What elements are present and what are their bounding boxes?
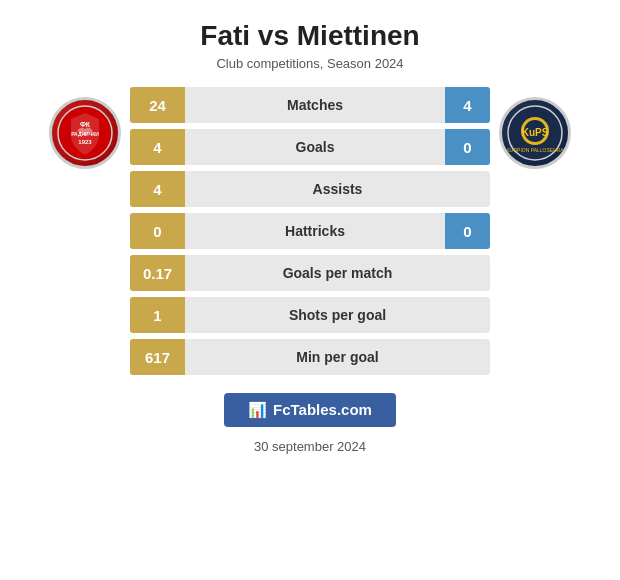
- team-left-logo: ФК РАДНИЧКИ 1923: [40, 87, 130, 169]
- stat-row-matches: 24 Matches 4: [130, 87, 490, 123]
- watermark: 📊FcTables.com: [224, 393, 396, 427]
- stat-left-goals: 4: [130, 129, 185, 165]
- team-left-badge: ФК РАДНИЧКИ 1923: [49, 97, 121, 169]
- stat-label-matches: Matches: [185, 97, 445, 113]
- page-title: Fati vs Miettinen: [200, 20, 419, 52]
- stat-row-goals-per-match: 0.17 Goals per match: [130, 255, 490, 291]
- main-content: ФК РАДНИЧКИ 1923 24 Matches 4 4 Goals 0: [0, 87, 620, 375]
- svg-text:KuPS: KuPS: [522, 127, 549, 138]
- stat-right-matches: 4: [445, 87, 490, 123]
- stat-label-assists: Assists: [185, 181, 490, 197]
- stat-label-shots-per-goal: Shots per goal: [185, 307, 490, 323]
- page-subtitle: Club competitions, Season 2024: [216, 56, 403, 71]
- stat-left-matches: 24: [130, 87, 185, 123]
- stat-left-assists: 4: [130, 171, 185, 207]
- stat-label-goals-per-match: Goals per match: [185, 265, 490, 281]
- team-right-logo: KuPS KUOPION PALLOSEURA: [490, 87, 580, 169]
- stat-label-hattricks: Hattricks: [185, 223, 445, 239]
- stat-row-hattricks: 0 Hattricks 0: [130, 213, 490, 249]
- page-container: Fati vs Miettinen Club competitions, Sea…: [0, 0, 620, 580]
- stat-right-goals: 0: [445, 129, 490, 165]
- team-left-svg: ФК РАДНИЧКИ 1923: [57, 105, 113, 161]
- stat-left-goals-per-match: 0.17: [130, 255, 185, 291]
- stat-left-shots-per-goal: 1: [130, 297, 185, 333]
- watermark-icon: 📊: [248, 401, 267, 418]
- stat-label-min-per-goal: Min per goal: [185, 349, 490, 365]
- svg-text:1923: 1923: [78, 139, 92, 145]
- stat-left-hattricks: 0: [130, 213, 185, 249]
- stat-label-goals: Goals: [185, 139, 445, 155]
- team-right-svg: KuPS KUOPION PALLOSEURA: [507, 105, 563, 161]
- stat-right-hattricks: 0: [445, 213, 490, 249]
- watermark-text: FcTables.com: [273, 401, 372, 418]
- stat-row-shots-per-goal: 1 Shots per goal: [130, 297, 490, 333]
- stats-container: 24 Matches 4 4 Goals 0 4 Assists 0 Hattr…: [130, 87, 490, 375]
- stat-row-min-per-goal: 617 Min per goal: [130, 339, 490, 375]
- stat-row-assists: 4 Assists: [130, 171, 490, 207]
- date-text: 30 september 2024: [254, 439, 366, 454]
- stat-left-min-per-goal: 617: [130, 339, 185, 375]
- team-right-badge: KuPS KUOPION PALLOSEURA: [499, 97, 571, 169]
- stat-row-goals: 4 Goals 0: [130, 129, 490, 165]
- svg-text:KUOPION PALLOSEURA: KUOPION PALLOSEURA: [507, 147, 563, 153]
- svg-text:ФК: ФК: [80, 121, 91, 128]
